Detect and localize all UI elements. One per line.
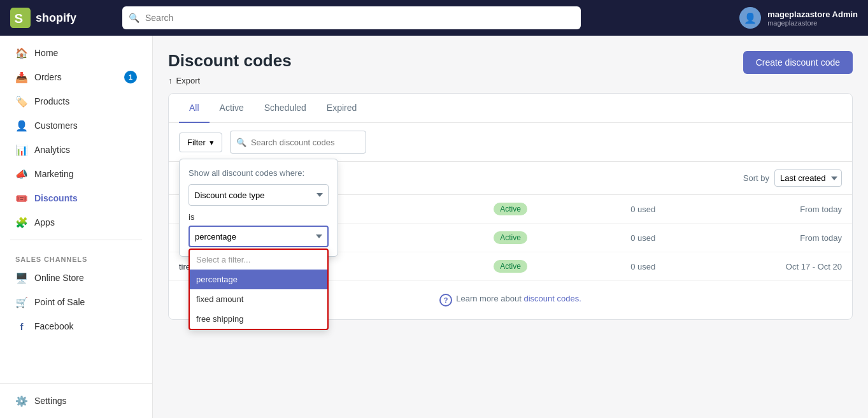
sort-select[interactable]: Last created <box>774 169 842 187</box>
filter-dropdown-menu: Select a filter... percentage fixed amou… <box>189 249 329 330</box>
search-box-wrap: 🔍 <box>230 131 842 154</box>
sidebar-item-products[interactable]: 🏷️ Products <box>5 89 147 113</box>
apps-icon: 🧩 <box>15 216 28 229</box>
sidebar-item-label: Discounts <box>34 193 78 203</box>
dropdown-option-placeholder[interactable]: Select a filter... <box>190 250 327 270</box>
discount-codes-card: All Active Scheduled Expired Filter ▾ 🔍 … <box>168 93 853 320</box>
sidebar-item-apps[interactable]: 🧩 Apps <box>5 210 147 234</box>
dropdown-option-free-shipping[interactable]: free shipping <box>190 309 327 329</box>
user-info: mageplazastore Admin mageplazastore <box>767 10 858 27</box>
sidebar-item-label: Products <box>34 96 69 106</box>
logo-text: shopify <box>36 11 76 25</box>
topnav-search-input[interactable] <box>122 6 581 29</box>
status-badge-3: Active <box>494 260 527 273</box>
tab-active[interactable]: Active <box>210 94 254 123</box>
topnav: S shopify 🔍 👤 mageplazastore Admin magep… <box>0 0 868 36</box>
col-used-2: 0 used <box>577 233 709 243</box>
user-menu[interactable]: 👤 mageplazastore Admin mageplazastore <box>739 7 858 29</box>
col-status-3: Active <box>444 260 576 273</box>
sidebar-item-facebook[interactable]: f Facebook <box>5 314 147 338</box>
footer-learn-link[interactable]: discount codes. <box>523 294 581 306</box>
export-button[interactable]: ↑ Export <box>168 76 200 85</box>
point-of-sale-icon: 🛒 <box>15 296 28 308</box>
filter-panel: Show all discount codes where: Discount … <box>179 159 338 257</box>
sidebar-item-label: Home <box>34 48 58 58</box>
footer-learn-text: Learn more about <box>456 294 522 306</box>
sidebar-item-label: Apps <box>34 217 55 227</box>
col-status-2: Active <box>444 231 576 244</box>
filter-type-select[interactable]: Discount code type <box>189 184 329 206</box>
dropdown-option-fixed-amount[interactable]: fixed amount <box>190 289 327 309</box>
tab-expired[interactable]: Expired <box>317 94 367 123</box>
value-select-wrap: percentage Select a filter... percentage… <box>189 226 329 247</box>
sidebar-item-label: Customers <box>34 120 78 131</box>
orders-icon: 📥 <box>15 71 28 83</box>
page-header: Discount codes ↑ Export Create discount … <box>168 51 853 85</box>
orders-badge: 1 <box>124 71 137 83</box>
sidebar-item-label: Point of Sale <box>34 297 85 307</box>
export-icon: ↑ <box>168 76 173 85</box>
sort-by-wrap: Sort by Last created <box>743 169 842 187</box>
facebook-icon: f <box>15 320 28 333</box>
create-discount-button[interactable]: Create discount code <box>743 51 853 74</box>
filter-value-select[interactable]: percentage <box>189 226 329 247</box>
sidebar-item-point-of-sale[interactable]: 🛒 Point of Sale <box>5 290 147 314</box>
sidebar-item-home[interactable]: 🏠 Home <box>5 41 147 65</box>
user-name: mageplazastore Admin <box>767 10 858 19</box>
sidebar-item-analytics[interactable]: 📊 Analytics <box>5 138 147 162</box>
main-content: Discount codes ↑ Export Create discount … <box>153 36 868 418</box>
tabs: All Active Scheduled Expired <box>169 94 852 123</box>
col-status-1: Active <box>444 203 576 215</box>
online-store-icon: 🖥️ <box>15 271 28 284</box>
filter-label: Filter <box>187 138 206 147</box>
sidebar-item-settings[interactable]: ⚙️ Settings <box>5 389 147 413</box>
filter-chevron-icon: ▾ <box>210 138 214 147</box>
avatar: 👤 <box>739 7 761 29</box>
toolbar: Filter ▾ 🔍 Show all discount codes where… <box>169 123 852 162</box>
col-date-2: From today <box>709 233 842 243</box>
filter-panel-title: Show all discount codes where: <box>189 168 329 178</box>
filter-button[interactable]: Filter ▾ <box>179 133 222 152</box>
home-icon: 🏠 <box>15 47 28 59</box>
sidebar-item-label: Settings <box>34 396 67 406</box>
products-icon: 🏷️ <box>15 95 28 108</box>
sidebar-item-customers[interactable]: 👤 Customers <box>5 113 147 138</box>
topnav-search-area: 🔍 <box>122 6 581 29</box>
discounts-icon: 🎟️ <box>15 192 28 205</box>
sidebar-bottom: ⚙️ Settings <box>0 383 152 413</box>
status-badge-1: Active <box>494 203 527 215</box>
filter-is-label: is <box>189 212 329 222</box>
tab-all[interactable]: All <box>179 94 210 123</box>
analytics-icon: 📊 <box>15 143 28 156</box>
page-title: Discount codes <box>168 51 292 71</box>
sidebar-item-label: Marketing <box>34 169 73 179</box>
search-codes-icon: 🔍 <box>236 138 246 147</box>
app-logo: S shopify <box>10 8 112 28</box>
export-label: Export <box>176 76 201 85</box>
sidebar-item-marketing[interactable]: 📣 Marketing <box>5 162 147 186</box>
status-badge-2: Active <box>494 231 527 244</box>
svg-text:S: S <box>14 11 23 25</box>
sales-channels-title: SALES CHANNELS <box>5 245 147 266</box>
user-store: mageplazastore <box>767 19 858 27</box>
sidebar: 🏠 Home 📥 Orders 1 🏷️ Products 👤 Customer… <box>0 36 153 418</box>
col-used-3: 0 used <box>577 262 709 271</box>
topnav-search-icon: 🔍 <box>129 13 139 23</box>
sidebar-item-label: Analytics <box>34 145 70 155</box>
dropdown-option-percentage[interactable]: percentage <box>190 270 327 289</box>
sidebar-item-label: Orders <box>34 72 62 82</box>
search-codes-input[interactable] <box>230 131 366 154</box>
col-date-3: Oct 17 - Oct 20 <box>709 262 842 271</box>
sidebar-item-orders[interactable]: 📥 Orders 1 <box>5 65 147 89</box>
marketing-icon: 📣 <box>15 168 28 180</box>
info-icon: ? <box>439 294 452 306</box>
sidebar-item-discounts[interactable]: 🎟️ Discounts <box>5 186 147 210</box>
col-date-1: From today <box>709 205 842 214</box>
tab-scheduled[interactable]: Scheduled <box>254 94 317 123</box>
sidebar-divider <box>10 240 142 240</box>
sort-by-label: Sort by <box>743 173 769 183</box>
sidebar-item-label: Online Store <box>34 273 84 283</box>
sidebar-item-online-store[interactable]: 🖥️ Online Store <box>5 266 147 290</box>
col-used-1: 0 used <box>577 205 709 214</box>
customers-icon: 👤 <box>15 119 28 132</box>
